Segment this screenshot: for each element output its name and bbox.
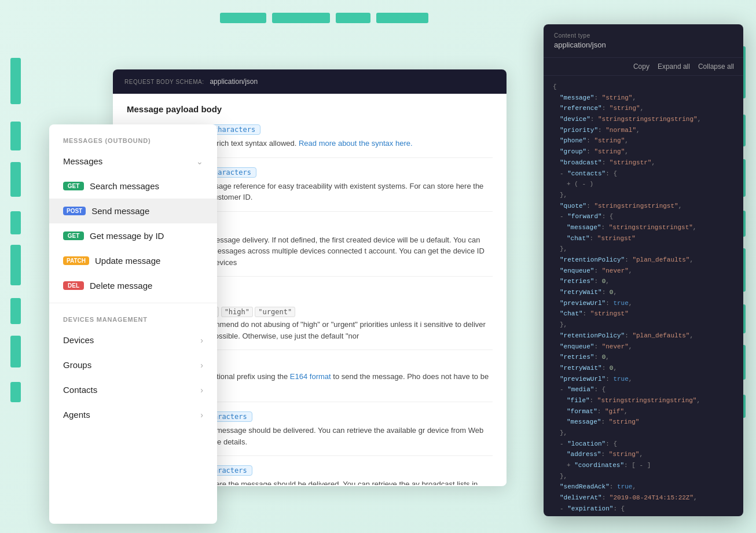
sidebar-item-agents[interactable]: Agents › (49, 402, 217, 427)
sidebar-divider (49, 303, 217, 303)
json-location-close: }, (553, 471, 734, 482)
json-body: { "message": "string", "reference": "str… (544, 76, 743, 516)
json-expiration[interactable]: - "expiration": { (553, 503, 734, 514)
json-contacts-close: }, (553, 190, 734, 201)
sidebar-item-get-message[interactable]: GET Get message by ID (49, 223, 217, 248)
top-deco-bar-3 (336, 13, 370, 23)
json-toolbar: Copy Expand all Collapse all (544, 58, 743, 76)
json-location-address: "address": "string", (553, 449, 734, 460)
section-messages-title: MESSAGES (OUTBOUND) (49, 124, 217, 149)
json-chat: "chat": "stringst" (553, 308, 734, 319)
json-expiration-seconds: "seconds": 5, (553, 514, 734, 517)
left-deco-bar-4 (10, 211, 21, 234)
json-forward-message: "message": "stringstringstringst", (553, 222, 734, 233)
left-deco-bar-3 (10, 162, 21, 197)
sidebar-item-delete-message[interactable]: DEL Delete message (49, 273, 217, 298)
api-panel-title: Message payload body (127, 104, 493, 114)
sidebar-item-update-message[interactable]: PATCH Update message (49, 248, 217, 273)
top-deco-bar-1 (220, 13, 266, 23)
collapse-all-button[interactable]: Collapse all (698, 63, 734, 71)
chevron-down-icon: ⌄ (196, 157, 203, 166)
sidebar-item-search-messages[interactable]: GET Search messages (49, 174, 217, 199)
json-media-message: "message": "string" (553, 417, 734, 428)
json-phone: "phone": "string", (553, 135, 734, 146)
sidebar-messages-label: Messages (63, 156, 102, 166)
json-message: "message": "string", (553, 93, 734, 104)
sidebar-item-devices[interactable]: Devices › (49, 328, 217, 352)
json-device: "device": "stringstringstringstring", (553, 114, 734, 125)
sidebar-panel: MESSAGES (OUTBOUND) Messages ⌄ GET Searc… (49, 124, 217, 524)
api-panel-header: REQUEST BODY SCHEMA: application/json (113, 69, 507, 94)
badge-del-delete: DEL (63, 281, 84, 290)
json-retention2: "retentionPolicy": "plan_defaults", (553, 330, 734, 341)
sidebar-update-label: Update message (95, 256, 160, 266)
sidebar-item-send-message[interactable]: POST Send message (49, 199, 217, 223)
top-deco-bar-2 (272, 13, 330, 23)
sidebar-get-label: Get message by ID (90, 231, 164, 241)
json-media-close: }, (553, 428, 734, 439)
chevron-right-devices-icon: › (200, 336, 203, 345)
json-group: "group": "string", (553, 146, 734, 157)
json-open-brace: { (553, 82, 734, 93)
content-type-value: application/json (554, 41, 733, 49)
sidebar-item-messages[interactable]: Messages ⌄ (49, 149, 217, 174)
sidebar-agents-label: Agents (63, 410, 90, 420)
json-sendreadack: "sendReadAck": true, (553, 481, 734, 492)
json-contacts-inner: + ( - ) (553, 179, 734, 190)
json-forward-chat: "chat": "stringst" (553, 233, 734, 244)
sidebar-delete-label: Delete message (90, 281, 152, 291)
json-location-coords: + "coordinates": [ - ] (553, 460, 734, 471)
json-media-file: "file": "stringstringstringstring", (553, 395, 734, 406)
chevron-right-groups-icon: › (200, 361, 203, 370)
json-forward[interactable]: - "forward": { (553, 211, 734, 222)
chevron-right-contacts-icon: › (200, 385, 203, 395)
json-enqueue2: "enqueue": "never", (553, 341, 734, 352)
sidebar-item-groups[interactable]: Groups › (49, 352, 217, 377)
badge-patch-update: PATCH (63, 256, 89, 265)
left-deco-bar-1 (10, 58, 21, 104)
badge-get-search: GET (63, 182, 84, 190)
json-previewurl: "previewUrl": true, (553, 298, 734, 309)
json-contacts[interactable]: - "contacts": { (553, 168, 734, 179)
top-deco-bar-4 (376, 13, 428, 23)
json-quote: "quote": "stringstringstringst", (553, 201, 734, 212)
e164-link[interactable]: E164 format (290, 372, 331, 381)
json-deliverat: "deliverAt": "2019-08-24T14:15:22Z", (553, 492, 734, 503)
sidebar-devices-label: Devices (63, 335, 94, 345)
sidebar-item-contacts[interactable]: Contacts › (49, 377, 217, 402)
json-media[interactable]: - "media": { (553, 384, 734, 395)
json-panel-header: Content type application/json (544, 24, 743, 58)
json-retention: "retentionPolicy": "plan_defaults", (553, 255, 734, 266)
json-enqueue: "enqueue": "never", (553, 266, 734, 277)
copy-button[interactable]: Copy (633, 63, 649, 71)
json-panel: Content type application/json Copy Expan… (544, 24, 743, 516)
json-priority: "priority": "normal", (553, 125, 734, 136)
json-media-format: "format": "gif", (553, 406, 734, 417)
content-type-label: Content type (554, 32, 733, 39)
syntax-link[interactable]: Read more about the syntax here. (299, 139, 413, 148)
left-deco-bar-2 (10, 122, 21, 150)
json-previewurl2: "previewUrl": true, (553, 374, 734, 385)
expand-all-button[interactable]: Expand all (658, 63, 690, 71)
left-deco-bar-5 (10, 245, 21, 285)
sidebar-send-label: Send message (91, 206, 149, 216)
json-retrywait2: "retryWait": 0, (553, 363, 734, 374)
json-broadcast: "broadcast": "stringstr", (553, 157, 734, 168)
json-retries2: "retries": 0, (553, 352, 734, 363)
chevron-right-agents-icon: › (200, 410, 203, 420)
badge-get-message: GET (63, 231, 84, 240)
json-close-1: }, (553, 319, 734, 330)
json-retries: "retries": 0, (553, 276, 734, 287)
left-deco-bar-6 (10, 298, 21, 324)
sidebar-groups-label: Groups (63, 360, 91, 370)
schema-value: application/json (210, 78, 258, 86)
badge-post-send: POST (63, 207, 86, 215)
left-deco-bar-8 (10, 382, 21, 402)
json-reference: "reference": "string", (553, 103, 734, 114)
json-forward-close: }, (553, 244, 734, 255)
schema-label: REQUEST BODY SCHEMA: (124, 79, 204, 85)
sidebar-contacts-label: Contacts (63, 385, 97, 395)
json-location[interactable]: - "location": { (553, 439, 734, 450)
sidebar-search-label: Search messages (90, 181, 159, 191)
section-devices-title: DEVICES MANAGEMENT (49, 308, 217, 328)
